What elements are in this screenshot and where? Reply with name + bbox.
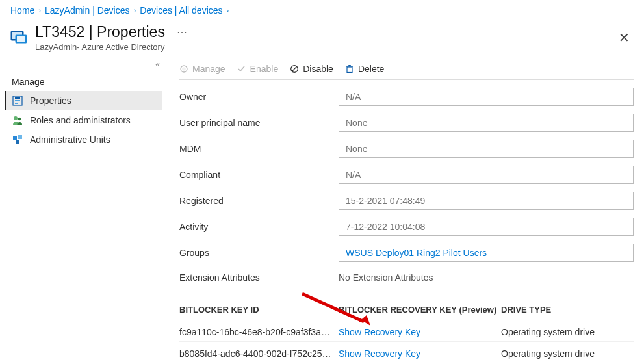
enable-button: Enable (237, 64, 279, 74)
property-label: Activity (179, 222, 339, 232)
close-button[interactable]: ✕ (615, 26, 634, 49)
gear-icon (179, 64, 188, 73)
breadcrumb-devices[interactable]: LazyAdmin | Devices (45, 5, 129, 16)
more-actions-button[interactable]: ⋯ (177, 26, 187, 38)
property-row: GroupsWSUS Deploy01 Ring2 Pilot Users (179, 244, 634, 262)
page-subtitle: LazyAdmin- Azure Active Directory (35, 42, 615, 52)
property-label: User principal name (179, 118, 339, 128)
property-label: Registered (179, 196, 339, 206)
trash-icon (345, 64, 354, 73)
property-row: Registered (179, 192, 634, 210)
bitlocker-key-id: b8085fd4-adc6-4400-902d-f752c25f54... (179, 348, 339, 359)
property-list: OwnerUser principal nameMDMCompliantRegi… (179, 80, 634, 285)
bitlocker-header-drive: DRIVE TYPE (501, 305, 634, 315)
page-title: LT3452 | Properties (35, 23, 165, 41)
device-icon (10, 30, 29, 45)
bitlocker-drive-type: Operating system drive (501, 348, 634, 359)
bitlocker-row: b8085fd4-adc6-4400-902d-f752c25f54...Sho… (179, 342, 634, 362)
manage-button: Manage (179, 64, 225, 74)
chevron-right-icon: › (38, 6, 41, 14)
property-row: User principal name (179, 114, 634, 132)
roles-icon (12, 114, 23, 126)
property-row: Compliant (179, 166, 634, 184)
breadcrumb-all-devices[interactable]: Devices | All devices (140, 5, 222, 16)
svg-rect-17 (347, 67, 352, 73)
property-value-field[interactable] (339, 218, 634, 236)
show-recovery-key-link[interactable]: Show Recovery Key (339, 348, 501, 359)
svg-rect-6 (15, 100, 20, 101)
property-value-field[interactable] (339, 166, 634, 184)
disable-button[interactable]: Disable (290, 64, 333, 74)
property-row: Activity (179, 218, 634, 236)
svg-point-8 (14, 116, 18, 120)
chevron-right-icon: › (134, 6, 136, 14)
properties-icon (12, 95, 23, 107)
bitlocker-key-id: fc9a110c-16bc-46e8-b20f-c9af3f3a9ccd (179, 327, 339, 337)
breadcrumb: Home › LazyAdmin | Devices › Devices | A… (0, 0, 644, 19)
toolbar: Manage Enable Disable Delete (179, 61, 634, 80)
sidebar-heading-manage: Manage (5, 73, 169, 91)
disable-icon (290, 64, 299, 73)
property-row: MDM (179, 140, 634, 158)
breadcrumb-home[interactable]: Home (10, 5, 34, 16)
property-label: Extension Attributes (179, 272, 339, 283)
sidebar-item-properties[interactable]: Properties (5, 91, 162, 110)
bitlocker-row: fc9a110c-16bc-46e8-b20f-c9af3f3a9ccdShow… (179, 320, 634, 342)
bitlocker-header-id: BITLOCKER KEY ID (179, 305, 339, 315)
page-header: LT3452 | Properties ⋯ LazyAdmin- Azure A… (0, 19, 644, 55)
property-row: Extension AttributesNo Extension Attribu… (179, 270, 634, 285)
sidebar-item-roles[interactable]: Roles and administrators (5, 110, 162, 130)
svg-point-9 (18, 118, 21, 121)
property-value-field[interactable] (339, 192, 634, 210)
sidebar-item-label: Administrative Units (30, 135, 110, 145)
property-value-link[interactable]: WSUS Deploy01 Ring2 Pilot Users (339, 244, 634, 262)
sidebar: « Manage Properties Roles and administra… (0, 55, 169, 362)
collapse-sidebar-button[interactable]: « (5, 60, 169, 69)
property-label: Owner (179, 92, 339, 102)
bitlocker-drive-type: Operating system drive (501, 327, 634, 337)
bitlocker-header-key: BITLOCKER RECOVERY KEY (Preview) (339, 305, 501, 315)
property-label: Compliant (179, 170, 339, 180)
check-icon (237, 64, 246, 73)
property-value-field[interactable] (339, 88, 634, 106)
delete-button[interactable]: Delete (345, 64, 384, 74)
svg-rect-5 (15, 97, 20, 99)
bitlocker-section: BITLOCKER KEY ID BITLOCKER RECOVERY KEY … (179, 305, 634, 362)
property-label: Groups (179, 248, 339, 258)
sidebar-item-label: Properties (30, 96, 71, 106)
svg-rect-10 (13, 136, 17, 140)
svg-rect-7 (15, 103, 18, 104)
svg-point-14 (183, 68, 185, 70)
property-row: Owner (179, 88, 634, 106)
svg-line-16 (292, 66, 296, 71)
svg-rect-12 (16, 140, 19, 144)
property-value-static: No Extension Attributes (339, 270, 634, 285)
sidebar-item-admin-units[interactable]: Administrative Units (5, 130, 162, 149)
svg-point-13 (181, 66, 187, 72)
content-area: Manage Enable Disable Delete O (169, 55, 644, 362)
show-recovery-key-link[interactable]: Show Recovery Key (339, 327, 501, 337)
svg-rect-11 (18, 135, 22, 139)
property-value-field[interactable] (339, 140, 634, 158)
property-value-field[interactable] (339, 114, 634, 132)
property-label: MDM (179, 144, 339, 154)
sidebar-item-label: Roles and administrators (30, 115, 131, 125)
admin-units-icon (12, 134, 23, 146)
chevron-right-icon: › (227, 6, 229, 14)
svg-rect-3 (17, 36, 25, 42)
